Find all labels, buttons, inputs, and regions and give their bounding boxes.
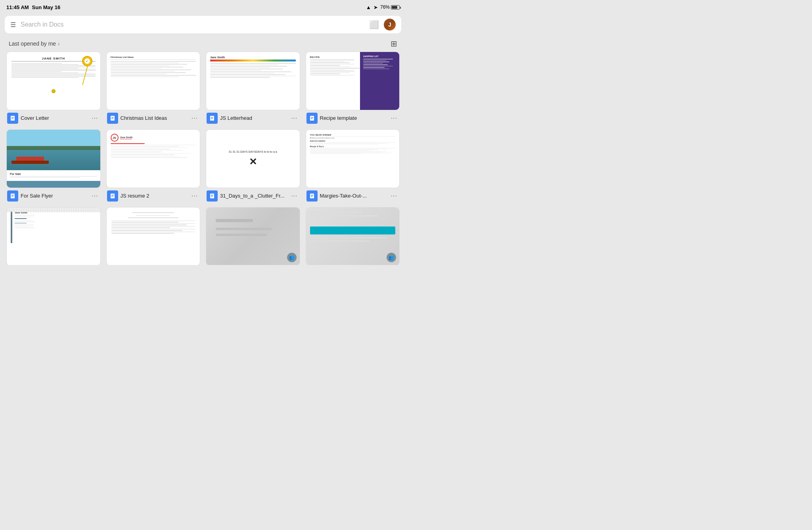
doc-title: JS resume 2	[121, 193, 188, 200]
svg-rect-15	[311, 119, 312, 119]
doc-thumbnail-recipe[interactable]: Recipe Shopping List	[306, 52, 400, 110]
docs-icon-svg	[309, 115, 315, 121]
list-item[interactable]: Recipe Shopping List	[306, 52, 400, 124]
research-thumb-content	[107, 207, 200, 265]
doc-footer: Christmas List Ideas ···	[106, 113, 201, 124]
margies-desc: All dinners served with mushroom soup	[310, 137, 396, 139]
text-line	[11, 74, 96, 75]
list-item[interactable]: 31 31 31 DAYS DAYSDAYS to to to a a ✕ 31…	[206, 129, 300, 202]
list-item[interactable]: For Sale For Sale Flyer ···	[6, 129, 101, 202]
jsr-line	[111, 149, 170, 150]
svg-rect-1	[11, 117, 14, 117]
margies-line	[310, 144, 378, 144]
doc-thumbnail-cover-letter[interactable]: ✓ 👤 ✓ JANE SMITH	[6, 52, 101, 110]
recipe-left-col: Recipe	[310, 56, 361, 76]
docs-icon-svg	[10, 193, 16, 199]
flyer-title-text: For Sale	[10, 173, 97, 175]
doc-menu-button[interactable]: ···	[289, 114, 299, 123]
sort-header: Last opened by me ↓ ⊞	[0, 36, 406, 52]
svg-rect-31	[311, 196, 312, 197]
doc-footer: 31_Days_to_a _Clutter_Fr... ···	[206, 190, 300, 202]
doc-thumbnail-unknown2[interactable]: 👥	[306, 207, 400, 265]
list-item[interactable]: Research paper temp... ···	[106, 207, 201, 265]
svg-rect-9	[211, 117, 213, 117]
doc-thumbnail-unknown1[interactable]: 👥	[206, 207, 300, 265]
margies-header: YOU NEAR DINNER	[310, 134, 396, 136]
doc-title: Christmas List Ideas	[121, 115, 188, 122]
doc-thumbnail-31days[interactable]: 31 31 31 DAYS DAYSDAYS to to to a a ✕	[206, 129, 300, 188]
list-item[interactable]: 👥 ···	[306, 207, 400, 265]
list-item[interactable]: JS Jane Smith	[106, 129, 201, 202]
battery-container: 76%	[380, 4, 400, 10]
flyer-text-area: For Sale	[7, 170, 100, 181]
window-icon[interactable]: ⬜	[369, 20, 379, 29]
jsr2-line	[15, 221, 34, 222]
sort-label[interactable]: Last opened by me ↓	[9, 40, 60, 47]
list-item[interactable]: Christmas List Ideas	[106, 52, 201, 124]
doc-footer: Recipe template ···	[306, 113, 400, 124]
battery-percent: 76%	[380, 4, 390, 10]
research-line	[111, 223, 195, 224]
doc-title: Margies-Take-Out-...	[320, 193, 387, 200]
margies-line	[310, 154, 361, 154]
text-line	[11, 70, 96, 71]
svg-rect-25	[211, 195, 213, 195]
svg-rect-27	[211, 196, 213, 197]
docs-icon-svg	[209, 115, 215, 121]
teal-bar	[310, 227, 396, 234]
research-line	[111, 221, 195, 221]
search-bar[interactable]: ☰ Search in Docs ⬜ J	[5, 16, 401, 33]
unknown2-thumb-content: 👥	[306, 207, 400, 265]
doc-icon	[7, 190, 18, 202]
list-item[interactable]: Jane Smith	[206, 52, 300, 124]
doc-title: 31_Days_to_a _Clutter_Fr...	[220, 193, 287, 200]
doc-menu-button[interactable]: ···	[389, 192, 399, 200]
jsr2-bar	[11, 211, 12, 243]
doc-icon	[207, 190, 218, 202]
doc-thumbnail-jsresume2[interactable]: JS Jane Smith	[106, 129, 201, 188]
js-resume2-thumb-content: JS Jane Smith	[107, 130, 200, 188]
js-underline	[120, 139, 132, 139]
doc-thumbnail-flyer[interactable]: For Sale	[6, 129, 101, 188]
doc-icon	[306, 190, 318, 202]
doc-thumbnail-christmas[interactable]: Christmas List Ideas	[106, 52, 201, 110]
jsr-red-line	[111, 143, 145, 144]
svg-rect-18	[11, 196, 14, 196]
list-view-icon[interactable]: ⊞	[391, 39, 397, 48]
list-item[interactable]: Jane Smith	[6, 207, 101, 265]
js-name: Jane Smith	[120, 136, 133, 138]
doc-menu-button[interactable]: ···	[190, 114, 199, 123]
doc-icon	[207, 113, 218, 124]
text-line	[11, 64, 79, 65]
svg-rect-29	[311, 195, 313, 195]
doc-menu-button[interactable]: ···	[90, 114, 100, 123]
jsr2-line	[15, 225, 34, 225]
list-item[interactable]: 👥 ···	[206, 207, 300, 265]
research-subtitle-line	[136, 215, 170, 216]
doc-thumbnail-research[interactable]	[106, 207, 201, 265]
svg-rect-7	[111, 119, 113, 119]
shared-people-overlay: 👥	[287, 253, 297, 262]
docs-icon-svg	[209, 193, 215, 199]
list-item[interactable]: ✓ 👤 ✓ JANE SMITH	[6, 52, 101, 124]
doc-menu-button[interactable]: ···	[389, 114, 399, 123]
doc-thumbnail-letterhead[interactable]: Jane Smith	[206, 52, 300, 110]
margies-line	[310, 150, 378, 150]
svg-rect-13	[311, 117, 313, 117]
hamburger-icon[interactable]: ☰	[10, 21, 16, 29]
jsr-line	[111, 156, 179, 157]
doc-menu-button[interactable]: ···	[190, 192, 199, 200]
list-item[interactable]: YOU NEAR DINNER All dinners served with …	[306, 129, 400, 202]
doc-menu-button[interactable]: ···	[90, 192, 100, 200]
docs-icon-svg	[109, 193, 116, 199]
doc-thumbnail-margies[interactable]: YOU NEAR DINNER All dinners served with …	[306, 129, 400, 188]
text-line	[11, 77, 79, 78]
doc-footer: Margies-Take-Out-... ···	[306, 190, 400, 202]
doc-thumbnail-jsr2[interactable]: Jane Smith	[6, 207, 101, 265]
doc-menu-button[interactable]: ···	[289, 192, 299, 200]
jsr-line	[111, 152, 162, 152]
doc-footer: For Sale Flyer ···	[6, 190, 101, 202]
js-letterhead-thumb-content: Jane Smith	[206, 52, 300, 110]
search-input[interactable]: Search in Docs	[21, 21, 364, 28]
avatar[interactable]: J	[384, 19, 396, 31]
